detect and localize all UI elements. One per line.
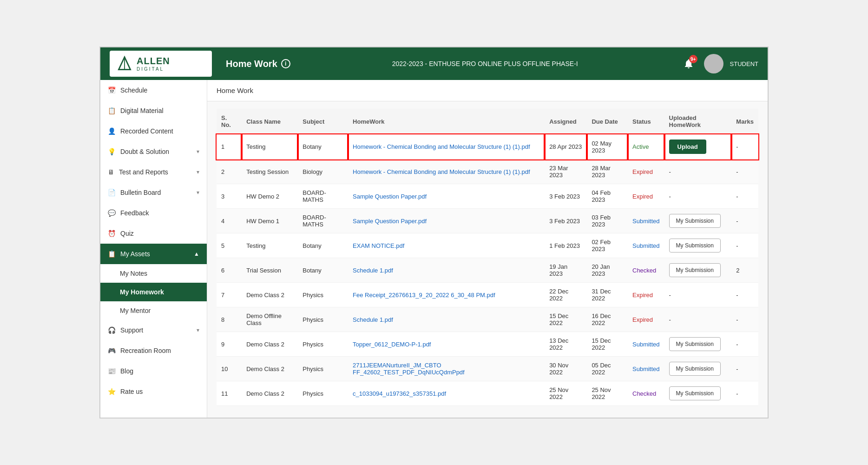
my-submission-button[interactable]: My Submission — [669, 386, 721, 400]
assigned-cell: 28 Apr 2023 — [545, 134, 587, 159]
homework-cell[interactable]: Sample Question Paper.pdf — [348, 209, 545, 233]
homework-link[interactable]: Schedule 1.pdf — [353, 316, 393, 323]
my-submission-button[interactable]: My Submission — [669, 337, 721, 351]
sidebar-label: Recreation Room — [120, 347, 171, 354]
column-header: Subject — [298, 109, 348, 134]
class-name-cell: Testing Session — [242, 159, 298, 184]
homework-cell[interactable]: Topper_0612_DEMO-P-1.pdf — [348, 332, 545, 357]
recreation-room-icon: 🎮 — [108, 347, 116, 354]
uploaded-cell[interactable]: - — [664, 184, 732, 209]
homework-cell[interactable]: Schedule 1.pdf — [348, 307, 545, 332]
sidebar-label: Recorded Content — [120, 127, 173, 135]
sidebar-item-recreation-room[interactable]: 🎮Recreation Room — [100, 340, 207, 361]
uploaded-cell[interactable]: - — [664, 159, 732, 184]
user-avatar[interactable] — [704, 54, 723, 73]
assigned-cell: 13 Dec 2022 — [545, 332, 587, 357]
my-submission-button[interactable]: My Submission — [669, 362, 721, 376]
sidebar-label: My Assets — [120, 250, 150, 258]
chevron-down-icon: ▾ — [197, 189, 199, 196]
class-name-cell: Trial Session — [242, 258, 298, 283]
sidebar-item-quiz[interactable]: ⏰Quiz — [100, 223, 207, 244]
sidebar-item-recorded-content[interactable]: 👤Recorded Content — [100, 121, 207, 141]
sidebar-item-support[interactable]: 🎧Support▾ — [100, 320, 207, 340]
doubt-solution-icon: 💡 — [108, 148, 116, 155]
uploaded-cell[interactable]: My Submission — [664, 258, 732, 283]
class-name-cell: Demo Class 2 — [242, 332, 298, 357]
status-cell: Expired — [628, 307, 664, 332]
uploaded-cell[interactable]: My Submission — [664, 209, 732, 233]
status-cell: Submitted — [628, 357, 664, 381]
logo-text: ALLEN DIGITAL — [137, 56, 170, 72]
homework-cell[interactable]: Homework - Chemical Bonding and Molecula… — [348, 134, 545, 159]
sidebar-item-blog[interactable]: 📰Blog — [100, 361, 207, 381]
sidebar-item-rate-us[interactable]: ⭐Rate us — [100, 381, 207, 402]
homework-link[interactable]: Topper_0612_DEMO-P-1.pdf — [353, 341, 431, 348]
marks-cell: - — [731, 357, 758, 381]
uploaded-cell[interactable]: My Submission — [664, 381, 732, 406]
sidebar-item-my-notes[interactable]: My Notes — [100, 264, 207, 283]
upload-button[interactable]: Upload — [669, 140, 706, 154]
table-row: 9 Demo Class 2 Physics Topper_0612_DEMO-… — [217, 332, 758, 357]
uploaded-cell[interactable]: Upload — [664, 134, 732, 159]
homework-cell[interactable]: 2711JEEMANurtureII_JM_CBTO FF_42602_TEST… — [348, 357, 545, 381]
sidebar-item-my-assets[interactable]: 📋My Assets▲ — [100, 244, 207, 264]
status-cell: Expired — [628, 184, 664, 209]
assigned-cell: 25 Nov 2022 — [545, 381, 587, 406]
sidebar-item-doubt-solution[interactable]: 💡Doubt & Solution▾ — [100, 141, 207, 162]
sidebar-item-my-homework[interactable]: My Homework — [100, 283, 207, 301]
homework-link[interactable]: Homework - Chemical Bonding and Molecula… — [353, 168, 530, 175]
homework-link[interactable]: Sample Question Paper.pdf — [353, 218, 427, 225]
sidebar-item-bulletin-board[interactable]: 📄Bulletin Board▾ — [100, 182, 207, 203]
my-submission-button[interactable]: My Submission — [669, 239, 721, 252]
chevron-down-icon: ▾ — [197, 148, 199, 155]
homework-cell[interactable]: Sample Question Paper.pdf — [348, 184, 545, 209]
status-badge: Active — [632, 143, 649, 150]
uploaded-empty: - — [669, 168, 671, 175]
status-cell: Submitted — [628, 233, 664, 258]
homework-link[interactable]: EXAM NOTICE.pdf — [353, 242, 404, 249]
my-submission-button[interactable]: My Submission — [669, 263, 721, 277]
homework-cell[interactable]: Fee Receipt_22676613_9_20_2022 6_30_48 P… — [348, 283, 545, 307]
sno-cell: 10 — [217, 357, 242, 381]
feedback-icon: 💬 — [108, 209, 116, 217]
homework-cell[interactable]: c_1033094_u197362_s357351.pdf — [348, 381, 545, 406]
info-icon[interactable]: i — [281, 59, 290, 68]
uploaded-cell[interactable]: My Submission — [664, 332, 732, 357]
uploaded-cell[interactable]: - — [664, 283, 732, 307]
sidebar-item-feedback[interactable]: 💬Feedback — [100, 203, 207, 223]
sidebar-item-test-reports[interactable]: 🖥Test and Reports▾ — [100, 162, 207, 182]
homework-table-wrapper: S. No.Class NameSubjectHomeWorkAssignedD… — [207, 101, 768, 418]
table-row: 10 Demo Class 2 Physics 2711JEEMANurture… — [217, 357, 758, 381]
homework-link[interactable]: Schedule 1.pdf — [353, 267, 393, 274]
sidebar-label: Schedule — [120, 86, 147, 94]
uploaded-cell[interactable]: My Submission — [664, 357, 732, 381]
sno-cell: 9 — [217, 332, 242, 357]
sidebar-label: Support — [120, 326, 143, 334]
homework-link[interactable]: Fee Receipt_22676613_9_20_2022 6_30_48 P… — [353, 292, 495, 299]
homework-link[interactable]: 2711JEEMANurtureII_JM_CBTO FF_42602_TEST… — [353, 362, 465, 376]
homework-cell[interactable]: Homework - Chemical Bonding and Molecula… — [348, 159, 545, 184]
homework-link[interactable]: Sample Question Paper.pdf — [353, 193, 427, 200]
sidebar-item-schedule[interactable]: 📅Schedule — [100, 80, 207, 100]
table-row: 6 Trial Session Botany Schedule 1.pdf 19… — [217, 258, 758, 283]
sidebar-item-my-mentor[interactable]: My Mentor — [100, 301, 207, 320]
homework-link[interactable]: Homework - Chemical Bonding and Molecula… — [353, 143, 530, 150]
homework-cell[interactable]: Schedule 1.pdf — [348, 258, 545, 283]
status-cell: Expired — [628, 283, 664, 307]
status-cell: Checked — [628, 258, 664, 283]
uploaded-cell[interactable]: My Submission — [664, 233, 732, 258]
subject-cell: BOARD-MATHS — [298, 209, 348, 233]
notification-button[interactable]: 9+ — [680, 55, 697, 73]
column-header: HomeWork — [348, 109, 545, 134]
uploaded-empty: - — [669, 316, 671, 323]
sidebar-item-digital-material[interactable]: 📋Digital Material — [100, 100, 207, 121]
table-row: 1 Testing Botany Homework - Chemical Bon… — [217, 134, 758, 159]
table-row: 5 Testing Botany EXAM NOTICE.pdf 1 Feb 2… — [217, 233, 758, 258]
uploaded-cell[interactable]: - — [664, 307, 732, 332]
due-date-cell: 04 Feb 2023 — [587, 184, 628, 209]
homework-link[interactable]: c_1033094_u197362_s357351.pdf — [353, 390, 446, 397]
my-submission-button[interactable]: My Submission — [669, 214, 721, 228]
breadcrumb: Home Work — [207, 80, 768, 101]
notification-badge: 9+ — [689, 55, 697, 63]
homework-cell[interactable]: EXAM NOTICE.pdf — [348, 233, 545, 258]
